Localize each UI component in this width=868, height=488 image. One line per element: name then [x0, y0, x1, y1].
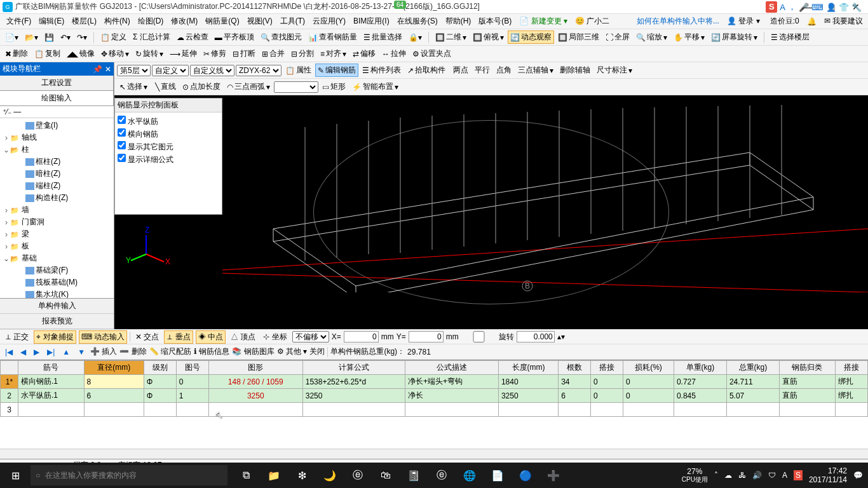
move-button[interactable]: ✥ 移动 ▾ — [98, 47, 132, 60]
3d-viewport[interactable]: 钢筋显示控制面板 水平纵筋 横向钢筋 显示其它图元 显示详细公式 — [114, 95, 868, 329]
collapse-icon[interactable]: — — [13, 107, 21, 116]
tb-explorer-icon[interactable]: 📁 — [261, 463, 287, 488]
two-point-button[interactable]: 两点 — [451, 64, 471, 77]
corner-button[interactable]: 点角 — [494, 64, 514, 77]
tb-app2-icon[interactable]: 🌙 — [316, 463, 343, 488]
sum-button[interactable]: Σ 汇总计算 — [130, 30, 173, 44]
bell-icon[interactable]: 🔔 — [807, 17, 817, 26]
dim-button[interactable]: 尺寸标注 ▾ — [594, 64, 635, 77]
tray-notif-icon[interactable]: 💬 — [853, 471, 863, 480]
menu-modify[interactable]: 修改(M) — [167, 16, 201, 27]
suggest-button[interactable]: ✉ 我要建议 — [822, 16, 865, 27]
rotate-input[interactable] — [517, 331, 555, 342]
find-button[interactable]: 🔍 查找图元 — [258, 30, 304, 44]
extend-tool[interactable]: ⊙ 点加长度 — [180, 80, 223, 93]
tray-clock[interactable]: 17:422017/11/14 — [809, 466, 847, 485]
coord-snap[interactable]: ⊹ 坐标 — [261, 330, 289, 344]
split-button[interactable]: ⊟ 分割 — [288, 47, 316, 60]
menu-bim[interactable]: BIM应用(I) — [349, 16, 393, 27]
arc-tool[interactable]: ◠ 三点画弧 ▾ — [224, 80, 273, 93]
pin-icon[interactable]: 📌 — [93, 65, 102, 74]
ime-tool-icon[interactable]: 🔧 — [851, 3, 862, 12]
tb-chrome-icon[interactable]: 🌐 — [456, 463, 483, 488]
tab-single-input[interactable]: 单构件输入 — [0, 299, 114, 314]
tab-project-settings[interactable]: 工程设置 — [0, 76, 114, 90]
tb-app6-icon[interactable]: ➕ — [540, 463, 567, 488]
prev-icon[interactable]: ◀ — [18, 348, 29, 356]
tree-node[interactable]: ›轴线 — [1, 132, 112, 144]
menu-floor[interactable]: 楼层(L) — [68, 16, 100, 27]
mirror-button[interactable]: ◢◣ 镜像 — [64, 47, 97, 60]
tray-network-icon[interactable]: 🖧 — [738, 471, 746, 480]
grip-button[interactable]: ⚙ 设置夹点 — [410, 47, 454, 60]
dyn-input-toggle[interactable]: ⌨ 动态输入 — [79, 330, 127, 344]
tree-node[interactable]: 暗柱(Z) — [1, 168, 112, 180]
aux-axis-button[interactable]: 三点辅轴 ▾ — [515, 64, 556, 77]
ime-skin-icon[interactable]: 👕 — [839, 3, 849, 12]
menu-help[interactable]: 帮助(H) — [442, 16, 475, 27]
attr-button[interactable]: 📋 属性 — [283, 64, 314, 77]
tree-node[interactable]: ⌄基础 — [1, 252, 112, 264]
perp-snap[interactable]: ⊥ 垂点 — [164, 330, 193, 344]
cpu-meter[interactable]: 27%CPU使用 — [682, 468, 708, 483]
open-icon[interactable]: 📂▾ — [22, 32, 41, 43]
tb-app3-icon[interactable]: 📓 — [400, 463, 427, 488]
close-table-button[interactable]: 关闭 — [309, 346, 325, 357]
y-input[interactable] — [409, 331, 444, 342]
select-tool[interactable]: ↖ 选择 ▾ — [117, 80, 150, 93]
help-link[interactable]: 如何在单构件输入中将... — [637, 16, 719, 27]
merge-button[interactable]: ⊞ 合并 — [259, 47, 287, 60]
tb-edge-icon[interactable]: ⓔ — [344, 463, 371, 488]
insert-row-button[interactable]: ➕ 插入 — [90, 346, 117, 357]
user-button[interactable]: 😊 广小二 — [571, 16, 613, 27]
ime-mic-icon[interactable]: 🎤 — [799, 3, 809, 12]
draw-mode-select[interactable] — [274, 81, 318, 93]
view-rebar-button[interactable]: 📊 查看钢筋量 — [306, 30, 360, 44]
redo-icon[interactable]: ↷▾ — [74, 32, 90, 43]
menu-view[interactable]: 视图(V) — [243, 16, 276, 27]
tray-lang-icon[interactable]: A — [782, 471, 787, 480]
break-button[interactable]: ⊟ 打断 — [230, 47, 258, 60]
task-view-icon[interactable]: ⧉ — [233, 463, 259, 488]
tree-node[interactable]: 构造柱(Z) — [1, 192, 112, 204]
tree-node[interactable]: ⌄柱 — [1, 144, 112, 156]
x-input[interactable] — [344, 331, 379, 342]
zoom-button[interactable]: 🔍 缩放 ▾ — [634, 30, 670, 44]
pick-button[interactable]: ↗ 拾取构件 — [405, 64, 448, 77]
nav-tree[interactable]: 壁龛(I)›轴线⌄柱框柱(Z)暗柱(Z)端柱(Z)构造柱(Z)›墙›门窗洞›梁›… — [0, 118, 114, 298]
tree-node[interactable]: 框柱(Z) — [1, 156, 112, 168]
fullscreen-button[interactable]: ⛶ 全屏 — [603, 30, 632, 44]
tab-report-preview[interactable]: 报表预览 — [0, 314, 114, 329]
tb-app5-icon[interactable]: 🔵 — [512, 463, 539, 488]
offset-select[interactable]: 不偏移 — [292, 331, 329, 342]
stretch-button[interactable]: ↔ 拉伸 — [379, 47, 409, 60]
tree-node[interactable]: 壁龛(I) — [1, 119, 112, 132]
extend-button[interactable]: ⟶ 延伸 — [167, 47, 200, 60]
cloud-check-button[interactable]: ☁ 云检查 — [174, 30, 211, 44]
menu-version[interactable]: 版本号(B) — [475, 16, 515, 27]
category-select[interactable]: 自定义 — [152, 65, 189, 76]
menu-online[interactable]: 在线服务(S) — [393, 16, 442, 27]
tb-ie-icon[interactable]: ⓔ — [428, 463, 455, 488]
tree-node[interactable]: 集水坑(K) — [1, 288, 112, 298]
menu-rebar[interactable]: 钢筋量(Q) — [201, 16, 243, 27]
other-button[interactable]: ⚙ 其他 ▾ — [277, 346, 308, 357]
local-3d-button[interactable]: 🔲 局部三维 — [555, 30, 602, 44]
tree-node[interactable]: ›板 — [1, 240, 112, 252]
ortho-toggle[interactable]: ⊥ 正交 — [3, 330, 31, 344]
define-button[interactable]: 📋 定义 — [98, 30, 129, 44]
new-change-button[interactable]: 📄 新建变更 ▾ — [515, 16, 571, 27]
ime-mode-icon[interactable]: A — [780, 3, 785, 12]
menu-edit[interactable]: 编辑(E) — [35, 16, 68, 27]
rect-tool[interactable]: ▭ 矩形 — [320, 80, 348, 93]
last-icon[interactable]: ▶| — [44, 348, 57, 356]
select-floor-button[interactable]: ☰ 选择楼层 — [768, 30, 812, 44]
pan-button[interactable]: ✋ 平移 ▾ — [671, 30, 707, 44]
tray-ime-icon[interactable]: S — [794, 470, 803, 480]
menu-tools[interactable]: 工具(T) — [276, 16, 309, 27]
vertex-snap[interactable]: △ 顶点 — [228, 330, 258, 344]
screen-rotate-button[interactable]: 🔄 屏幕旋转 ▾ — [709, 30, 760, 44]
intersect-snap[interactable]: ✕ 交点 — [133, 330, 161, 344]
edit-rebar-button[interactable]: ✎ 编辑钢筋 — [315, 64, 358, 77]
osnap-toggle[interactable]: ⌖ 对象捕捉 — [34, 330, 76, 344]
